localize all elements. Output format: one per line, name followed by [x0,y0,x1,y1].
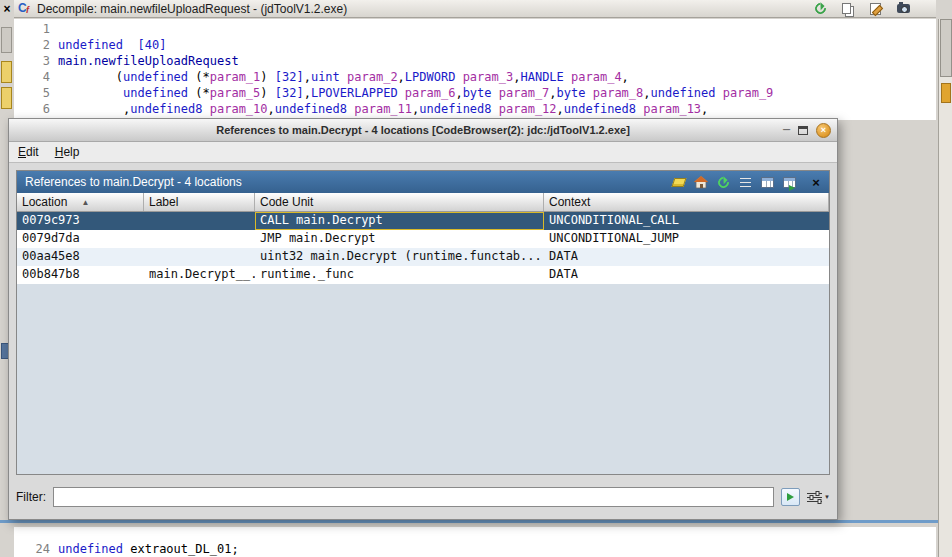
code-line[interactable]: 4 (undefined (*param_1) [32],uint param_… [14,69,936,85]
references-panel: References to main.Decrypt - 4 locations [16,170,830,475]
close-icon[interactable]: × [816,123,831,138]
filter-label: Filter: [16,490,46,504]
panel-header: References to main.Decrypt - 4 locations [17,171,829,193]
window-controls: ─ × [783,119,831,141]
selection-tag-icon[interactable] [670,174,688,191]
decompile-code-bottom[interactable]: 24undefined extraout_DL_01; [14,527,936,557]
table-header: Location ▲ Label Code Unit Context [17,193,829,212]
decompile-titlebar[interactable]: Cf Decompile: main.newfileUploadRequest … [14,0,936,18]
edit-icon[interactable] [870,3,881,15]
copy-icon[interactable] [842,3,851,14]
home-icon[interactable] [692,174,710,191]
restore-icon[interactable] [798,126,808,135]
decompile-code[interactable]: 12undefined [40]3main.newfileUploadReque… [14,19,936,120]
panel-toolbar: × [670,174,825,191]
column-header-context[interactable]: Context [544,193,829,211]
code-line[interactable]: 1 [14,21,936,37]
dialog-menubar: Edit Help [9,142,837,163]
table-empty-area [17,284,829,474]
table-row[interactable]: 0079d7daJMP main.DecryptUNCONDITIONAL_JU… [17,230,829,248]
table-cell[interactable]: UNCONDITIONAL_JUMP [544,230,829,248]
table-cell[interactable]: main.Decrypt__... [144,266,255,284]
scroll-marker [941,83,951,103]
column-header-label[interactable]: Label [144,193,255,211]
left-dock-tab-2[interactable] [1,87,12,109]
minimize-icon[interactable]: ─ [783,125,790,135]
table-cell[interactable]: 0079c973 [17,212,144,230]
table-cell[interactable]: 0079d7da [17,230,144,248]
table-cell[interactable]: DATA [544,266,829,284]
table-cell[interactable]: JMP main.Decrypt [255,230,544,248]
table-cell[interactable] [144,230,255,248]
table-cell[interactable]: UNCONDITIONAL_CALL [544,212,829,230]
dialog-titlebar[interactable]: References to main.Decrypt - 4 locations… [9,119,837,142]
filter-options-button[interactable]: ▼ [807,491,830,504]
table-cell[interactable]: 00b847b8 [17,266,144,284]
table-cell[interactable]: 00aa45e8 [17,248,144,266]
table-row[interactable]: 00aa45e8uint32 main.Decrypt (runtime.fun… [17,248,829,266]
table-row[interactable]: 00b847b8main.Decrypt__...runtime._funcDA… [17,266,829,284]
list-icon[interactable] [736,174,754,191]
references-dialog: References to main.Decrypt - 4 locations… [8,118,838,520]
close-table-icon[interactable]: × [807,174,825,191]
panel-title: References to main.Decrypt - 4 locations [25,175,242,189]
left-dock-tab-1[interactable] [1,61,12,83]
table-cell[interactable]: uint32 main.Decrypt (runtime.functab.... [255,248,544,266]
dialog-title: References to main.Decrypt - 4 locations… [216,124,630,136]
code-line[interactable]: 3main.newfileUploadRequest [14,53,936,69]
window-divider [0,520,938,523]
table-cell[interactable]: DATA [544,248,829,266]
vertical-scrollbar[interactable] [938,19,952,557]
table-cell[interactable] [144,248,255,266]
sort-ascending-icon[interactable]: ▲ [81,198,89,207]
menu-help[interactable]: Help [55,145,80,159]
screen: × Cf Decompile: main.newfileUploadReques… [0,0,952,557]
refresh-icon[interactable] [813,1,828,16]
column-header-code-unit[interactable]: Code Unit [255,193,544,211]
left-scrollbar[interactable] [1,27,12,53]
table-icon[interactable] [758,174,776,191]
table-cell[interactable] [144,212,255,230]
decompile-title: Decompile: main.newfileUploadRequest - (… [37,2,347,16]
column-header-location[interactable]: Location ▲ [17,193,144,211]
chevron-down-icon: ▼ [824,494,830,500]
refresh-icon[interactable] [714,174,732,191]
filter-bar: Filter: ▼ [16,483,830,511]
dialog-body: References to main.Decrypt - 4 locations [9,163,837,519]
sliders-icon [807,491,822,504]
table-row[interactable]: 0079c973CALL main.DecryptUNCONDITIONAL_C… [17,212,829,230]
menu-edit[interactable]: Edit [18,145,39,159]
decompiler-icon: Cf [17,1,33,16]
filter-input[interactable] [53,487,774,507]
code-line[interactable]: 24undefined extraout_DL_01; [14,541,936,557]
code-line[interactable]: 5 undefined (*param_5) [32],LPOVERLAPPED… [14,85,936,101]
panel-close-icon[interactable]: × [0,0,14,18]
filter-go-icon[interactable] [781,488,800,506]
table-cell[interactable]: runtime._func [255,266,544,284]
table-cell[interactable]: CALL main.Decrypt [255,212,544,230]
titlebar-toolbar [815,3,910,15]
code-line[interactable]: 2undefined [40] [14,37,936,53]
references-table-body: 0079c973CALL main.DecryptUNCONDITIONAL_C… [17,212,829,284]
snapshot-icon[interactable] [897,4,910,13]
table-go-icon[interactable] [780,174,798,191]
code-line[interactable]: 6 ,undefined8 param_10,undefined8 param_… [14,101,936,117]
scrollbar-thumb[interactable] [940,19,952,77]
